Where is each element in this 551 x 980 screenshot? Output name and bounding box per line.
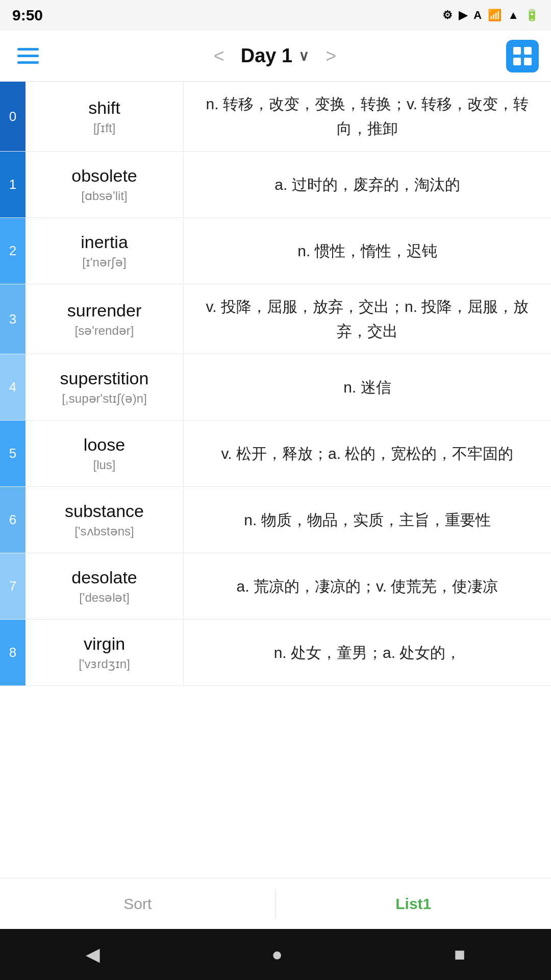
word-phonetic: [ɑbsə'lit] [81, 189, 128, 203]
android-nav-bar: ◀ ● ■ [0, 929, 551, 980]
word-row[interactable]: 7desolate['desələt]a. 荒凉的，凄凉的；v. 使荒芜，使凄凉 [0, 553, 551, 620]
word-cell: obsolete[ɑbsə'lit] [26, 152, 184, 217]
chevron-down-icon: ∨ [298, 47, 309, 64]
word-index: 2 [0, 218, 26, 284]
word-cell: shift[ʃɪft] [26, 82, 184, 151]
word-row[interactable]: 1obsolete[ɑbsə'lit]a. 过时的，废弃的，淘汰的 [0, 152, 551, 218]
word-phonetic: [sə'rendər] [75, 324, 134, 338]
word-english: obsolete [71, 166, 137, 186]
word-english: shift [88, 98, 120, 118]
word-cell: substance['sʌbstəns] [26, 487, 184, 553]
word-row[interactable]: 0shift[ʃɪft]n. 转移，改变，变换，转换；v. 转移，改变，转向，推… [0, 82, 551, 152]
status-left: 9:50 [12, 7, 43, 24]
word-definition: a. 过时的，废弃的，淘汰的 [184, 152, 551, 217]
svg-rect-2 [513, 58, 521, 65]
grid-view-button[interactable] [506, 40, 539, 72]
word-phonetic: [ˌsupər'stɪʃ(ə)n] [62, 391, 147, 406]
bottom-bar: Sort List1 [0, 878, 551, 929]
word-cell: loose[lus] [26, 421, 184, 486]
word-cell: inertia[ɪ'nərʃə] [26, 218, 184, 284]
word-row[interactable]: 2inertia[ɪ'nərʃə]n. 惯性，惰性，迟钝 [0, 218, 551, 284]
next-button[interactable]: > [321, 41, 340, 71]
svg-rect-3 [524, 58, 532, 65]
day-title[interactable]: Day 1 ∨ [241, 45, 309, 67]
status-right: ⚙ ▶ A 📶 ▲ 🔋 [442, 9, 539, 22]
word-index: 3 [0, 284, 26, 354]
text-icon: A [473, 9, 482, 22]
word-definition: n. 迷信 [184, 354, 551, 420]
word-cell: desolate['desələt] [26, 553, 184, 619]
prev-button[interactable]: < [210, 41, 229, 71]
word-cell: superstition[ˌsupər'stɪʃ(ə)n] [26, 354, 184, 420]
word-phonetic: ['desələt] [79, 591, 130, 605]
svg-rect-0 [513, 47, 521, 55]
android-back-button[interactable]: ◀ [86, 944, 100, 965]
word-english: substance [65, 501, 144, 521]
word-phonetic: ['vɜrdʒɪn] [79, 657, 130, 671]
word-phonetic: [lus] [93, 458, 115, 472]
word-index: 8 [0, 620, 26, 685]
nav-bar: < Day 1 ∨ > [0, 31, 551, 82]
word-cell: surrender[sə'rendər] [26, 284, 184, 354]
word-english: inertia [81, 232, 128, 252]
word-definition: a. 荒凉的，凄凉的；v. 使荒芜，使凄凉 [184, 553, 551, 619]
word-definition: v. 松开，释放；a. 松的，宽松的，不牢固的 [184, 421, 551, 486]
word-english: surrender [67, 301, 142, 321]
word-index: 0 [0, 82, 26, 151]
word-definition: n. 转移，改变，变换，转换；v. 转移，改变，转向，推卸 [184, 82, 551, 151]
word-phonetic: ['sʌbstəns] [74, 524, 134, 538]
word-definition: n. 处女，童男；a. 处女的， [184, 620, 551, 685]
word-definition: n. 物质，物品，实质，主旨，重要性 [184, 487, 551, 553]
word-english: virgin [84, 634, 125, 654]
word-index: 5 [0, 421, 26, 486]
word-row[interactable]: 3surrender[sə'rendər]v. 投降，屈服，放弃，交出；n. 投… [0, 284, 551, 354]
word-index: 4 [0, 354, 26, 420]
android-recent-button[interactable]: ■ [454, 944, 465, 965]
word-row[interactable]: 5loose[lus]v. 松开，释放；a. 松的，宽松的，不牢固的 [0, 421, 551, 487]
status-time: 9:50 [12, 7, 43, 24]
list1-tab[interactable]: List1 [276, 878, 552, 929]
word-definition: n. 惯性，惰性，迟钝 [184, 218, 551, 284]
settings-icon: ⚙ [442, 9, 453, 22]
word-english: superstition [60, 369, 149, 388]
word-index: 7 [0, 553, 26, 619]
word-row[interactable]: 6substance['sʌbstəns]n. 物质，物品，实质，主旨，重要性 [0, 487, 551, 553]
word-row[interactable]: 4superstition[ˌsupər'stɪʃ(ə)n]n. 迷信 [0, 354, 551, 421]
svg-rect-1 [524, 47, 532, 55]
word-list: 0shift[ʃɪft]n. 转移，改变，变换，转换；v. 转移，改变，转向，推… [0, 82, 551, 878]
menu-button[interactable] [12, 43, 44, 69]
status-bar: 9:50 ⚙ ▶ A 📶 ▲ 🔋 [0, 0, 551, 31]
android-home-button[interactable]: ● [271, 944, 283, 965]
word-english: desolate [71, 568, 137, 587]
word-index: 6 [0, 487, 26, 553]
word-cell: virgin['vɜrdʒɪn] [26, 620, 184, 685]
sort-tab[interactable]: Sort [0, 878, 276, 929]
word-index: 1 [0, 152, 26, 217]
play-icon: ▶ [459, 9, 467, 22]
signal-icon: ▲ [508, 9, 519, 22]
wifi-icon: 📶 [488, 9, 502, 22]
word-phonetic: [ɪ'nərʃə] [82, 255, 126, 270]
word-english: loose [84, 435, 125, 455]
word-definition: v. 投降，屈服，放弃，交出；n. 投降，屈服，放弃，交出 [184, 284, 551, 354]
word-phonetic: [ʃɪft] [93, 121, 116, 135]
battery-icon: 🔋 [525, 9, 539, 22]
word-row[interactable]: 8virgin['vɜrdʒɪn]n. 处女，童男；a. 处女的， [0, 620, 551, 686]
